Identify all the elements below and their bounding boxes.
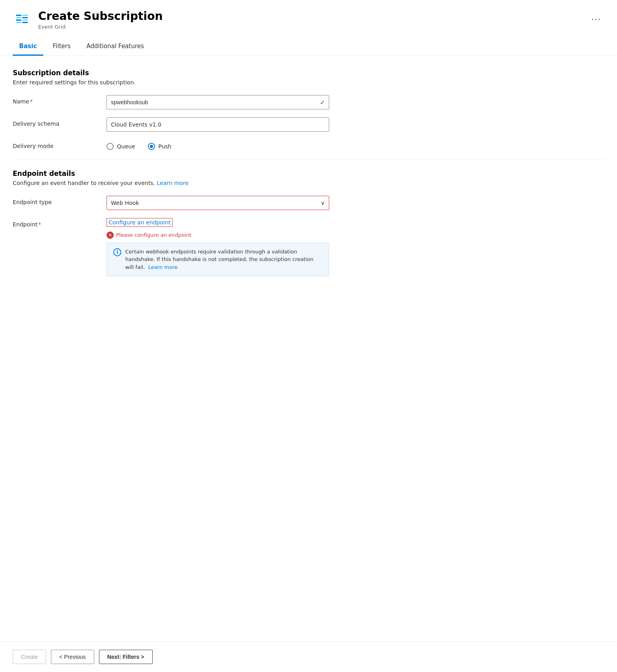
delivery-schema-input: Cloud Events v1.0 <box>107 117 329 132</box>
name-input[interactable] <box>107 95 329 109</box>
endpoint-section-desc: Configure an event handler to receive yo… <box>13 180 604 186</box>
radio-push-label: Push <box>158 143 171 150</box>
endpoint-label: Endpoint* <box>13 218 100 228</box>
subscription-section-desc: Enter required settings for this subscri… <box>13 79 604 86</box>
delivery-mode-control: Queue Push <box>107 140 329 150</box>
delivery-schema-row: Delivery schema Cloud Events v1.0 <box>13 117 604 132</box>
endpoint-type-control: Web Hook ∨ <box>107 196 329 210</box>
svg-rect-3 <box>16 19 21 21</box>
endpoint-error: ✕ Please configure an endpoint <box>107 232 329 239</box>
delivery-mode-radio-group: Queue Push <box>107 140 329 150</box>
endpoint-learn-more-link[interactable]: Learn more <box>157 180 189 186</box>
endpoint-type-row: Endpoint type Web Hook ∨ <box>13 196 604 210</box>
name-row: Name* ✓ <box>13 95 604 109</box>
tab-basic[interactable]: Basic <box>13 38 43 56</box>
more-options-button[interactable]: ··· <box>588 13 604 26</box>
subscription-section-title: Subscription details <box>13 69 604 77</box>
endpoint-type-label: Endpoint type <box>13 196 100 205</box>
svg-rect-7 <box>22 19 28 21</box>
page-subtitle: Event Grid <box>38 24 582 30</box>
radio-push-inner <box>150 145 153 148</box>
page-icon <box>13 10 32 29</box>
footer: Create < Previous Next: Filters > <box>0 641 617 672</box>
svg-rect-5 <box>22 15 28 16</box>
name-input-wrapper: ✓ <box>107 95 329 109</box>
svg-rect-2 <box>16 17 21 18</box>
radio-queue[interactable]: Queue <box>107 143 135 150</box>
delivery-mode-label: Delivery mode <box>13 140 100 149</box>
radio-queue-label: Queue <box>117 143 135 150</box>
info-learn-more-link[interactable]: Learn more <box>148 264 178 270</box>
radio-push-button[interactable] <box>148 143 155 150</box>
check-icon: ✓ <box>320 98 325 106</box>
delivery-mode-row: Delivery mode Queue Push <box>13 140 604 150</box>
chevron-down-icon: ∨ <box>321 200 325 206</box>
tab-filters[interactable]: Filters <box>47 38 77 56</box>
info-icon: i <box>113 248 121 256</box>
svg-rect-8 <box>22 22 28 23</box>
error-icon: ✕ <box>107 232 114 239</box>
svg-rect-4 <box>16 22 21 23</box>
endpoint-type-dropdown[interactable]: Web Hook ∨ <box>107 196 329 210</box>
info-text: Certain webhook endpoints require valida… <box>125 248 322 271</box>
name-control: ✓ <box>107 95 329 109</box>
delivery-schema-control: Cloud Events v1.0 <box>107 117 329 132</box>
main-content: Subscription details Enter required sett… <box>0 56 617 641</box>
next-button[interactable]: Next: Filters > <box>99 650 153 664</box>
name-label: Name* <box>13 95 100 105</box>
page-header: Create Subscription Event Grid ··· <box>0 0 617 38</box>
page-title: Create Subscription <box>38 10 582 23</box>
previous-button[interactable]: < Previous <box>51 650 94 664</box>
radio-push[interactable]: Push <box>148 143 171 150</box>
radio-queue-button[interactable] <box>107 143 114 150</box>
endpoint-info-box: i Certain webhook endpoints require vali… <box>107 243 329 277</box>
svg-rect-1 <box>16 15 21 16</box>
endpoint-row: Endpoint* Configure an endpoint ✕ Please… <box>13 218 604 277</box>
endpoint-section-title: Endpoint details <box>13 169 604 177</box>
configure-endpoint-link[interactable]: Configure an endpoint <box>107 218 173 227</box>
tab-bar: Basic Filters Additional Features <box>0 38 617 56</box>
tab-additional-features[interactable]: Additional Features <box>80 38 151 56</box>
delivery-schema-label: Delivery schema <box>13 117 100 127</box>
create-button[interactable]: Create <box>13 650 46 664</box>
section-divider <box>13 160 604 160</box>
svg-rect-6 <box>22 17 28 18</box>
endpoint-control: Configure an endpoint ✕ Please configure… <box>107 218 329 277</box>
